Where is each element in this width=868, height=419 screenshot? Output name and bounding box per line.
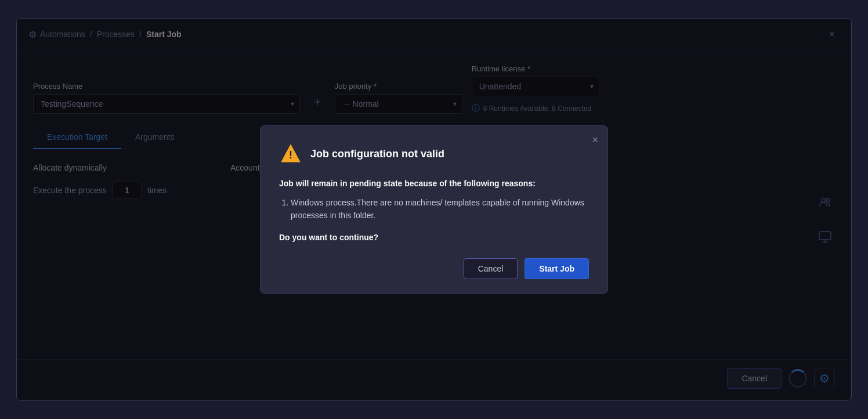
modal-reason-1: Windows process.There are no machines/ t… bbox=[291, 196, 589, 222]
svg-text:!: ! bbox=[289, 149, 292, 161]
modal-header: ! Job configuration not valid bbox=[279, 142, 589, 165]
modal-close-button[interactable]: × bbox=[592, 134, 598, 146]
modal-reasons-list: Windows process.There are no machines/ t… bbox=[279, 196, 589, 222]
modal-continue-question: Do you want to continue? bbox=[279, 231, 589, 244]
warning-triangle-icon: ! bbox=[279, 142, 302, 165]
modal-cancel-button[interactable]: Cancel bbox=[464, 258, 518, 279]
modal-overlay: × ! Job configuration not valid Job will… bbox=[17, 19, 851, 400]
modal-title: Job configuration not valid bbox=[310, 148, 444, 160]
modal-footer: Cancel Start Job bbox=[279, 258, 589, 279]
main-window: ⚙ Automations / Processes / Start Job × … bbox=[16, 18, 852, 401]
modal-dialog: × ! Job configuration not valid Job will… bbox=[260, 125, 608, 294]
modal-reason-intro: Job will remain in pending state because… bbox=[279, 177, 589, 190]
modal-body: Job will remain in pending state because… bbox=[279, 177, 589, 244]
modal-start-job-button[interactable]: Start Job bbox=[525, 258, 589, 279]
